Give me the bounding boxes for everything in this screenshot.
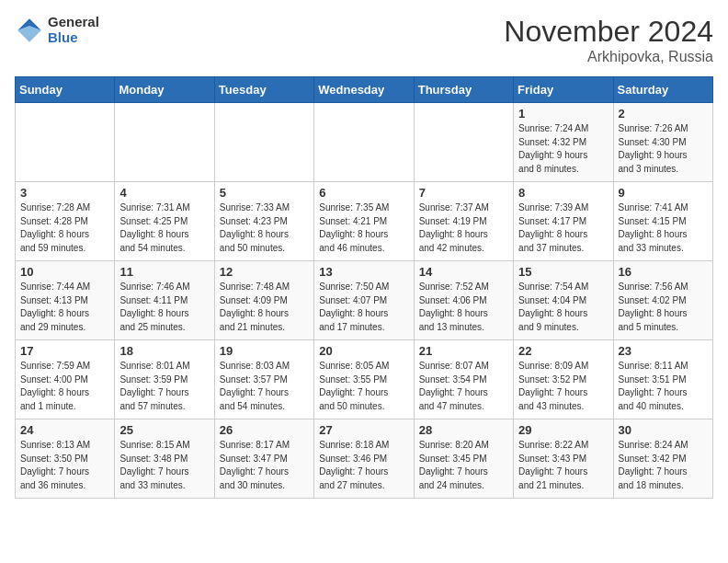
day-number: 14 <box>419 265 508 279</box>
day-info: Sunrise: 8:17 AM Sunset: 3:47 PM Dayligh… <box>220 439 309 492</box>
calendar-cell: 3Sunrise: 7:28 AM Sunset: 4:28 PM Daylig… <box>16 182 115 261</box>
calendar-cell: 1Sunrise: 7:24 AM Sunset: 4:32 PM Daylig… <box>514 103 613 182</box>
day-info: Sunrise: 7:39 AM Sunset: 4:17 PM Dayligh… <box>518 201 608 255</box>
calendar-body: 1Sunrise: 7:24 AM Sunset: 4:32 PM Daylig… <box>16 103 713 499</box>
day-info: Sunrise: 8:01 AM Sunset: 3:59 PM Dayligh… <box>119 360 209 413</box>
day-info: Sunrise: 8:05 AM Sunset: 3:55 PM Dayligh… <box>319 360 408 413</box>
calendar-week-5: 24Sunrise: 8:13 AM Sunset: 3:50 PM Dayli… <box>16 419 713 499</box>
calendar-cell: 20Sunrise: 8:05 AM Sunset: 3:55 PM Dayli… <box>314 340 414 419</box>
day-number: 26 <box>220 423 309 437</box>
col-thursday: Thursday <box>414 77 513 103</box>
day-number: 23 <box>619 344 708 358</box>
day-info: Sunrise: 7:54 AM Sunset: 4:04 PM Dayligh… <box>518 281 608 334</box>
day-info: Sunrise: 8:24 AM Sunset: 3:42 PM Dayligh… <box>619 439 708 492</box>
day-number: 10 <box>20 265 109 279</box>
day-info: Sunrise: 7:41 AM Sunset: 4:15 PM Dayligh… <box>619 201 708 255</box>
calendar-cell: 30Sunrise: 8:24 AM Sunset: 3:42 PM Dayli… <box>613 419 712 499</box>
day-info: Sunrise: 8:03 AM Sunset: 3:57 PM Dayligh… <box>220 360 309 413</box>
calendar-week-2: 3Sunrise: 7:28 AM Sunset: 4:28 PM Daylig… <box>16 182 713 261</box>
calendar-cell: 29Sunrise: 8:22 AM Sunset: 3:43 PM Dayli… <box>514 419 613 499</box>
day-number: 20 <box>319 344 408 358</box>
header-row: Sunday Monday Tuesday Wednesday Thursday… <box>16 77 713 103</box>
day-info: Sunrise: 7:35 AM Sunset: 4:21 PM Dayligh… <box>319 201 408 255</box>
calendar-week-4: 17Sunrise: 7:59 AM Sunset: 4:00 PM Dayli… <box>16 340 713 419</box>
calendar-cell: 4Sunrise: 7:31 AM Sunset: 4:25 PM Daylig… <box>115 182 214 261</box>
day-info: Sunrise: 8:15 AM Sunset: 3:48 PM Dayligh… <box>119 439 209 492</box>
day-info: Sunrise: 7:33 AM Sunset: 4:23 PM Dayligh… <box>220 201 309 255</box>
day-number: 13 <box>319 265 408 279</box>
calendar-cell: 11Sunrise: 7:46 AM Sunset: 4:11 PM Dayli… <box>115 261 214 340</box>
day-number: 3 <box>20 186 109 200</box>
day-number: 28 <box>419 423 508 437</box>
day-info: Sunrise: 7:52 AM Sunset: 4:06 PM Dayligh… <box>419 281 508 334</box>
calendar-cell: 14Sunrise: 7:52 AM Sunset: 4:06 PM Dayli… <box>414 261 513 340</box>
day-number: 30 <box>619 423 708 437</box>
day-number: 25 <box>119 423 209 437</box>
day-number: 17 <box>20 344 109 358</box>
month-title: November 2024 <box>504 15 713 49</box>
calendar-cell: 16Sunrise: 7:56 AM Sunset: 4:02 PM Dayli… <box>613 261 712 340</box>
logo-text: General Blue <box>48 15 99 45</box>
calendar-cell: 9Sunrise: 7:41 AM Sunset: 4:15 PM Daylig… <box>613 182 712 261</box>
day-info: Sunrise: 8:07 AM Sunset: 3:54 PM Dayligh… <box>419 360 508 413</box>
day-number: 11 <box>119 265 209 279</box>
day-number: 15 <box>518 265 608 279</box>
calendar-cell: 21Sunrise: 8:07 AM Sunset: 3:54 PM Dayli… <box>414 340 513 419</box>
day-number: 24 <box>20 423 109 437</box>
calendar-cell: 8Sunrise: 7:39 AM Sunset: 4:17 PM Daylig… <box>514 182 613 261</box>
day-number: 19 <box>220 344 309 358</box>
calendar-cell: 10Sunrise: 7:44 AM Sunset: 4:13 PM Dayli… <box>16 261 115 340</box>
calendar-cell: 2Sunrise: 7:26 AM Sunset: 4:30 PM Daylig… <box>613 103 712 182</box>
calendar-cell: 26Sunrise: 8:17 AM Sunset: 3:47 PM Dayli… <box>214 419 313 499</box>
day-info: Sunrise: 8:18 AM Sunset: 3:46 PM Dayligh… <box>319 439 408 492</box>
day-number: 12 <box>220 265 309 279</box>
col-monday: Monday <box>115 77 214 103</box>
day-info: Sunrise: 7:31 AM Sunset: 4:25 PM Dayligh… <box>119 201 209 255</box>
day-number: 5 <box>220 186 309 200</box>
day-info: Sunrise: 7:46 AM Sunset: 4:11 PM Dayligh… <box>119 281 209 334</box>
day-info: Sunrise: 7:44 AM Sunset: 4:13 PM Dayligh… <box>20 281 109 334</box>
day-number: 29 <box>518 423 608 437</box>
day-info: Sunrise: 7:50 AM Sunset: 4:07 PM Dayligh… <box>319 281 408 334</box>
calendar-cell: 24Sunrise: 8:13 AM Sunset: 3:50 PM Dayli… <box>16 419 115 499</box>
logo-general-text: General <box>48 15 99 30</box>
day-info: Sunrise: 8:11 AM Sunset: 3:51 PM Dayligh… <box>619 360 708 413</box>
calendar-cell: 6Sunrise: 7:35 AM Sunset: 4:21 PM Daylig… <box>314 182 414 261</box>
day-info: Sunrise: 7:28 AM Sunset: 4:28 PM Dayligh… <box>20 201 109 255</box>
logo-icon <box>15 16 44 45</box>
logo: General Blue <box>15 15 99 45</box>
col-saturday: Saturday <box>613 77 712 103</box>
col-wednesday: Wednesday <box>314 77 414 103</box>
calendar-cell: 7Sunrise: 7:37 AM Sunset: 4:19 PM Daylig… <box>414 182 513 261</box>
day-number: 22 <box>518 344 608 358</box>
day-number: 18 <box>119 344 209 358</box>
day-info: Sunrise: 8:22 AM Sunset: 3:43 PM Dayligh… <box>518 439 608 492</box>
col-tuesday: Tuesday <box>214 77 313 103</box>
calendar-cell <box>414 103 513 182</box>
calendar-cell: 13Sunrise: 7:50 AM Sunset: 4:07 PM Dayli… <box>314 261 414 340</box>
calendar-cell: 12Sunrise: 7:48 AM Sunset: 4:09 PM Dayli… <box>214 261 313 340</box>
day-info: Sunrise: 7:37 AM Sunset: 4:19 PM Dayligh… <box>419 201 508 255</box>
calendar-cell: 25Sunrise: 8:15 AM Sunset: 3:48 PM Dayli… <box>115 419 214 499</box>
title-area: November 2024 Arkhipovka, Russia <box>504 15 713 65</box>
day-info: Sunrise: 7:59 AM Sunset: 4:00 PM Dayligh… <box>20 360 109 413</box>
calendar-table: Sunday Monday Tuesday Wednesday Thursday… <box>15 76 713 499</box>
col-friday: Friday <box>514 77 613 103</box>
header: General Blue November 2024 Arkhipovka, R… <box>15 15 713 65</box>
calendar-cell: 23Sunrise: 8:11 AM Sunset: 3:51 PM Dayli… <box>613 340 712 419</box>
calendar-cell <box>314 103 414 182</box>
day-number: 21 <box>419 344 508 358</box>
calendar-cell: 5Sunrise: 7:33 AM Sunset: 4:23 PM Daylig… <box>214 182 313 261</box>
day-number: 1 <box>518 107 608 121</box>
calendar-header: Sunday Monday Tuesday Wednesday Thursday… <box>16 77 713 103</box>
location-title: Arkhipovka, Russia <box>504 49 713 65</box>
day-number: 9 <box>619 186 708 200</box>
calendar-cell <box>214 103 313 182</box>
day-number: 8 <box>518 186 608 200</box>
calendar-week-3: 10Sunrise: 7:44 AM Sunset: 4:13 PM Dayli… <box>16 261 713 340</box>
calendar-cell: 18Sunrise: 8:01 AM Sunset: 3:59 PM Dayli… <box>115 340 214 419</box>
calendar-cell: 17Sunrise: 7:59 AM Sunset: 4:00 PM Dayli… <box>16 340 115 419</box>
day-info: Sunrise: 8:09 AM Sunset: 3:52 PM Dayligh… <box>518 360 608 413</box>
day-info: Sunrise: 8:20 AM Sunset: 3:45 PM Dayligh… <box>419 439 508 492</box>
day-number: 27 <box>319 423 408 437</box>
